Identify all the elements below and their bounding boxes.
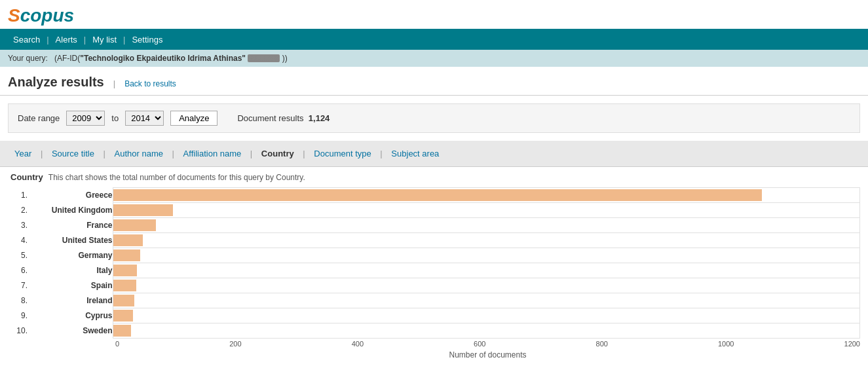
tab-country[interactable]: Country [255, 149, 301, 158]
tab-document-type[interactable]: Document type [307, 149, 377, 158]
tab-sep-5: | [301, 149, 308, 158]
query-bar: Your query: (AF-ID("Technologiko Ekpaide… [0, 50, 868, 67]
row-label: Greece [28, 188, 113, 203]
row-rank: 5. [8, 248, 28, 263]
x-axis-tick-label: 1000 [718, 340, 734, 348]
chart-description: This chart shows the total number of doc… [48, 173, 305, 182]
chart-row: 4.United States [8, 233, 860, 248]
row-label: Cyprus [28, 308, 113, 323]
from-year-select[interactable]: 2009 2010 2011 2012 2013 2014 [66, 111, 105, 126]
x-axis: 020040060080010001200 Number of document… [115, 339, 860, 365]
row-rank: 9. [8, 308, 28, 323]
chart-area: Country This chart shows the total numbe… [8, 167, 860, 365]
row-label: France [28, 218, 113, 233]
chart-title: Country [10, 172, 43, 182]
row-label: Ireland [28, 293, 113, 308]
x-axis-tick-label: 400 [352, 340, 364, 348]
x-axis-tick-label: 200 [229, 340, 241, 348]
doc-results-count: 1,124 [309, 113, 330, 123]
tab-sep-2: | [101, 149, 108, 158]
row-label: Italy [28, 263, 113, 278]
tab-sep-6: | [378, 149, 385, 158]
doc-results-label: Document results [237, 113, 303, 123]
row-bar-cell [113, 218, 860, 233]
logo: Scopus [8, 5, 860, 26]
bar-fill [113, 310, 133, 322]
x-axis-tick-label: 1200 [844, 340, 860, 348]
row-rank: 6. [8, 263, 28, 278]
to-label: to [111, 113, 119, 123]
analyze-button[interactable]: Analyze [170, 111, 217, 126]
tab-affiliation-name[interactable]: Affiliation name [177, 149, 248, 158]
nav-sep-2: | [84, 35, 86, 45]
bar-fill [113, 234, 143, 246]
controls-bar: Date range 2009 2010 2011 2012 2013 2014… [8, 103, 860, 133]
bar-fill [113, 295, 134, 306]
page-title: Analyze results [8, 75, 104, 90]
to-year-select[interactable]: 2009 2010 2011 2012 2013 2014 [125, 111, 164, 126]
row-bar-cell [113, 203, 860, 218]
chart-header: Country This chart shows the total numbe… [8, 167, 860, 187]
chart-row: 8.Ireland [8, 293, 860, 308]
bar-fill [113, 204, 173, 216]
document-results: Document results 1,124 [237, 113, 330, 123]
row-bar-cell [113, 248, 860, 263]
tab-source-title[interactable]: Source title [45, 149, 101, 158]
chart-row: 6.Italy [8, 263, 860, 278]
query-text: (AF-ID("Technologiko Ekpaideutiko Idrima… [50, 54, 287, 63]
tab-sep-1: | [38, 149, 45, 158]
row-label: United Kingdom [28, 203, 113, 218]
tab-year[interactable]: Year [8, 149, 38, 158]
nav-sep-3: | [123, 35, 125, 45]
row-bar-cell [113, 293, 860, 308]
chart-row: 5.Germany [8, 248, 860, 263]
page-title-bar: Analyze results | Back to results [0, 67, 868, 96]
nav-search[interactable]: Search [8, 35, 45, 45]
chart-row: 10.Sweden [8, 323, 860, 339]
row-bar-cell [113, 188, 860, 203]
row-label: Spain [28, 278, 113, 293]
logo-orange: S [8, 5, 20, 26]
chart-table: 1.Greece2.United Kingdom3.France4.United… [8, 187, 860, 339]
nav-mylist[interactable]: My list [87, 35, 122, 45]
navbar: Search | Alerts | My list | Settings [0, 29, 868, 50]
date-range-label: Date range [18, 113, 60, 123]
x-axis-tick-label: 600 [474, 340, 485, 348]
x-axis-labels: 020040060080010001200 [115, 339, 860, 349]
chart-row: 1.Greece [8, 188, 860, 203]
row-rank: 7. [8, 278, 28, 293]
row-label: Sweden [28, 323, 113, 339]
row-bar-cell [113, 323, 860, 339]
tab-subject-area[interactable]: Subject area [385, 149, 445, 158]
tab-author-name[interactable]: Author name [108, 149, 170, 158]
row-bar-cell [113, 263, 860, 278]
row-rank: 2. [8, 203, 28, 218]
bar-fill [113, 265, 137, 276]
x-axis-tick-label: 0 [115, 340, 119, 348]
header: Scopus [0, 0, 868, 29]
bar-fill [113, 325, 131, 337]
bar-fill [113, 219, 156, 231]
row-rank: 1. [8, 188, 28, 203]
row-bar-cell [113, 233, 860, 248]
row-rank: 10. [8, 323, 28, 339]
x-axis-title: Number of documents [115, 350, 860, 365]
query-prefix: Your query: [8, 54, 48, 63]
nav-alerts[interactable]: Alerts [50, 35, 83, 45]
chart-row: 7.Spain [8, 278, 860, 293]
row-rank: 8. [8, 293, 28, 308]
tab-sep-4: | [248, 149, 255, 158]
row-label: United States [28, 233, 113, 248]
x-axis-tick-label: 800 [596, 340, 608, 348]
logo-teal: copus [20, 5, 74, 26]
title-pipe: | [113, 79, 115, 88]
back-to-results-link[interactable]: Back to results [124, 79, 176, 88]
nav-settings[interactable]: Settings [126, 35, 168, 45]
row-bar-cell [113, 278, 860, 293]
row-rank: 3. [8, 218, 28, 233]
tabs-bar: Year | Source title | Author name | Affi… [0, 141, 868, 167]
chart-tbody: 1.Greece2.United Kingdom3.France4.United… [8, 188, 860, 339]
bar-fill [113, 189, 762, 201]
chart-row: 2.United Kingdom [8, 203, 860, 218]
row-bar-cell [113, 308, 860, 323]
